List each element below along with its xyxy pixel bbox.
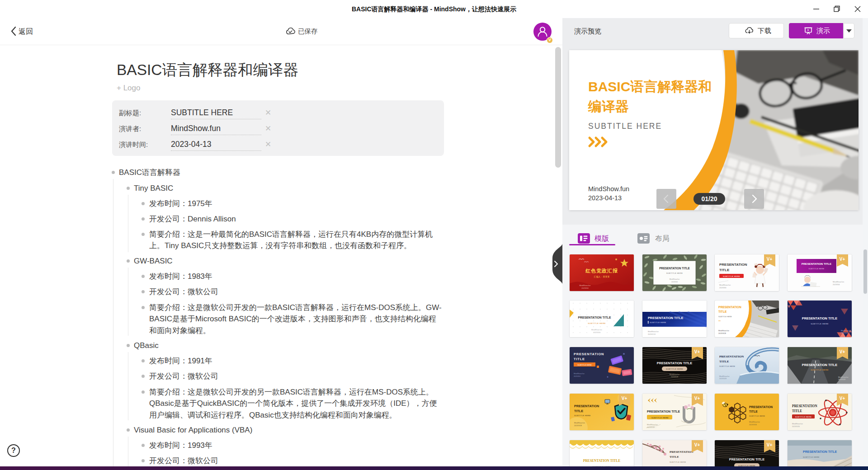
svg-text:MindShow.fun: MindShow.fun [749, 421, 760, 423]
svg-text:V+: V+ [622, 396, 627, 401]
svg-text:MindShow.fun: MindShow.fun [670, 278, 680, 280]
svg-text:SUBTITLE HERE: SUBTITLE HERE [803, 456, 820, 458]
svg-text:MindShow.fun: MindShow.fun [718, 330, 729, 332]
svg-text:PRESENTATION: PRESENTATION [574, 404, 599, 408]
svg-text:SUBTITLE HERE: SUBTITLE HERE [811, 369, 829, 371]
svg-text:编译器: 编译器 [588, 99, 629, 114]
svg-text:2023/3/4: 2023/3/4 [833, 283, 840, 286]
svg-text:PRESENTATION: PRESENTATION [749, 405, 773, 409]
svg-text:2023/3/26: 2023/3/26 [792, 426, 800, 428]
svg-text:›››: ››› [718, 319, 721, 322]
svg-text:PRESENTATION TITLE: PRESENTATION TITLE [729, 457, 765, 461]
svg-text:SUBTITLE HERE: SUBTITLE HERE [666, 272, 683, 274]
svg-text:PRESENTATION TITLE: PRESENTATION TITLE [803, 450, 837, 453]
svg-text:红色党政汇报: 红色党政汇报 [585, 268, 618, 273]
svg-text:SUBTITLE HERE: SUBTITLE HERE [574, 414, 591, 417]
svg-text:V+: V+ [840, 349, 845, 354]
svg-text:V+: V+ [840, 396, 845, 401]
svg-text:PRESENTATION: PRESENTATION [670, 450, 693, 453]
svg-text:PRESENTATION TITLE: PRESENTATION TITLE [802, 262, 831, 265]
svg-text:MindShow.fun: MindShow.fun [719, 376, 730, 377]
svg-text:2023/3/28: 2023/3/28 [838, 379, 845, 381]
svg-text:PRESENTATION: PRESENTATION [574, 352, 604, 356]
svg-text:MindShow.fun: MindShow.fun [841, 330, 851, 332]
svg-text:2023/3/26: 2023/3/26 [749, 424, 757, 426]
svg-text:MindShow.fun: MindShow.fun [792, 423, 803, 425]
svg-text:2023/3/28: 2023/3/28 [671, 376, 678, 378]
svg-text:PRESENTATION TITLE: PRESENTATION TITLE [647, 410, 680, 413]
svg-text:SUBTITLE HERE: SUBTITLE HERE [811, 323, 829, 325]
svg-text:TITLE: TITLE [574, 357, 585, 361]
svg-text:PRESENTATION: PRESENTATION [719, 263, 747, 267]
svg-text:MindShow.fun: MindShow.fun [670, 374, 680, 376]
svg-text:SUBTITLE HERE: SUBTITLE HERE [749, 415, 765, 417]
svg-text:SUBTITLE HERE: SUBTITLE HERE [809, 268, 825, 270]
svg-text:V+: V+ [767, 257, 773, 262]
svg-text:TITLE: TITLE [718, 310, 727, 313]
svg-text:TITLE: TITLE [719, 360, 729, 363]
svg-text:MindShow.fun: MindShow.fun [579, 284, 590, 287]
svg-text:PRESENTATION: PRESENTATION [718, 306, 741, 309]
svg-text:MindShow.fun: MindShow.fun [838, 376, 849, 378]
svg-text:V+: V+ [767, 442, 773, 447]
svg-text:SUBTITLE HERE: SUBTITLE HERE [723, 275, 740, 277]
svg-text:V+: V+ [840, 257, 845, 262]
svg-text:TITLE: TITLE [719, 268, 730, 272]
svg-text:2023/3/4: 2023/3/4 [719, 287, 726, 289]
svg-text:V+: V+ [694, 442, 700, 447]
svg-text:MindShow.fun: MindShow.fun [591, 329, 602, 331]
svg-text:MindShow.fun: MindShow.fun [719, 284, 731, 286]
svg-text:PRESENTATION TITLE: PRESENTATION TITLE [802, 363, 838, 367]
svg-text:PRESENTATION: PRESENTATION [792, 404, 817, 408]
svg-text:SUBTITLE HERE: SUBTITLE HERE [670, 461, 686, 463]
svg-text:2023/3/28: 2023/3/28 [574, 425, 582, 427]
svg-text:PRESENTATION TITLE: PRESENTATION TITLE [802, 316, 838, 320]
svg-text:SUBTITLE HERE: SUBTITLE HERE [588, 322, 606, 324]
svg-text:2023/3/28 ...: 2023/3/28 ... [647, 427, 656, 428]
svg-text:BASIC语言解释器和: BASIC语言解释器和 [588, 79, 712, 94]
svg-text:PRESENTATION TITLE: PRESENTATION TITLE [583, 459, 621, 463]
svg-text:SUBTITLE HERE: SUBTITLE HERE [795, 416, 812, 418]
svg-text:2023/3/28: 2023/3/28 [841, 332, 848, 334]
svg-text:2023/3/4: 2023/3/4 [594, 332, 600, 334]
svg-text:PRESENTATION TITLE: PRESENTATION TITLE [648, 316, 684, 320]
svg-text:TITLE: TITLE [670, 455, 679, 458]
svg-text:TITLE: TITLE [574, 409, 583, 413]
svg-text:SUBTITLE HERE: SUBTITLE HERE [588, 122, 662, 131]
svg-text:2023-04-13: 2023-04-13 [588, 194, 622, 202]
svg-text:PRESENTATION: PRESENTATION [719, 355, 744, 358]
svg-text:2023/3/4: 2023/3/4 [671, 281, 678, 283]
svg-text:SUBTITLE HERE: SUBTITLE HERE [650, 321, 666, 324]
svg-text:MindShow.fun: MindShow.fun [588, 185, 629, 193]
svg-text:2023/3/28: 2023/3/28 [718, 333, 726, 334]
svg-text:2023/3/4: 2023/3/4 [581, 287, 589, 289]
svg-text:SUBTITLE HERE: SUBTITLE HERE [718, 316, 732, 318]
svg-text:SUBTITLE HERE: SUBTITLE HERE [577, 364, 592, 366]
svg-text:PRESENTATION TITLE: PRESENTATION TITLE [657, 361, 693, 365]
svg-text:MindShow.fun: MindShow.fun [833, 281, 844, 283]
svg-text:PRESENTATION TITLE: PRESENTATION TITLE [659, 267, 690, 270]
svg-text:2023/3/4: 2023/3/4 [574, 376, 580, 377]
svg-text:SUBTITLE HERE: SUBTITLE HERE [651, 417, 669, 419]
svg-text:2023/3/28: 2023/3/28 [719, 378, 726, 380]
svg-text:2023/1/13: 2023/1/13 [648, 334, 656, 335]
svg-text:SUBTITLE HERE: SUBTITLE HERE [719, 365, 735, 367]
svg-text:TITLE: TITLE [749, 410, 758, 413]
svg-text:汇报人：某某某: 汇报人：某某某 [594, 275, 610, 278]
svg-text:V+: V+ [694, 396, 700, 401]
svg-text:V+: V+ [694, 349, 700, 354]
svg-text:SUBTITLE HERE: SUBTITLE HERE [666, 368, 683, 370]
svg-text:MindShow.fun: MindShow.fun [648, 331, 659, 333]
svg-text:TITLE: TITLE [792, 409, 802, 413]
svg-text:MindShow.fun: MindShow.fun [574, 373, 585, 375]
svg-text:PRESENTATION TITLE: PRESENTATION TITLE [578, 316, 611, 319]
svg-text:MindShow.fun: MindShow.fun [574, 422, 585, 424]
svg-text:MindShow.fun: MindShow.fun [647, 424, 658, 426]
